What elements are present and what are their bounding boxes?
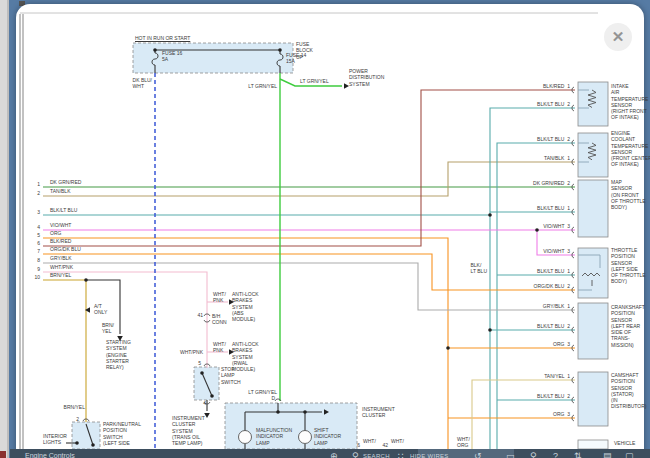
wire-number: 2 <box>37 190 40 196</box>
diagram-label: INTAKE AIR TEMPERATURE SENSOR (RIGHT FRO… <box>611 83 648 121</box>
wire-blk-red <box>43 90 575 246</box>
diagram-label: HOT IN RUN OR START <box>135 35 190 41</box>
diagram-label: STARTING SYSTEM (ENGINE STARTER RELAY) <box>106 339 131 370</box>
junction-dot <box>91 443 95 447</box>
search-label[interactable]: SEARCH <box>363 453 390 458</box>
diagram-label: BLK/LT BLU 2 <box>537 323 570 329</box>
diagram-label: A/T ONLY <box>94 303 107 316</box>
diagram-label: INSTRUMENT CLUSTER SYSTEM (TRANS OIL TEM… <box>172 415 205 446</box>
diagram-label: 42 <box>382 442 388 448</box>
ckp-sensor-box <box>578 303 608 359</box>
junction-dot <box>303 410 307 414</box>
sort-icon[interactable]: ⇅ <box>574 451 582 458</box>
diagram-label: DK GRN/RED 2 <box>533 180 570 186</box>
diagram-label: DK BLU/ WHT <box>133 77 152 90</box>
diagram-label: BLK/RED 1 <box>543 83 570 89</box>
wire-name: WHT/PNK <box>50 264 73 270</box>
vehicle-box <box>578 440 608 449</box>
wire-number: 8 <box>37 257 40 263</box>
diagram-label: 2 <box>76 416 79 422</box>
diagram-label: PARK/NEUTRAL POSITION SWITCH (LEFT SIDE <box>103 421 141 446</box>
frame-icon[interactable]: ▭ <box>506 451 515 458</box>
diagram-label: WHT/ <box>391 438 404 444</box>
wire-number: 10 <box>34 274 40 280</box>
toolbar-title: Engine Controls <box>25 452 75 458</box>
diagram-label: ORG 3 <box>553 341 570 347</box>
diagram-label: FUSE 16 5A <box>162 50 182 63</box>
wire-number: 9 <box>37 266 40 272</box>
junction-dot <box>84 278 88 282</box>
bottom-toolbar: Engine Controls ⊕⚲SEARCH∷HIDE WIRES↺▭⚲?⇅… <box>10 449 650 458</box>
hide-wires-label[interactable]: HIDE WIRES <box>410 453 449 458</box>
wire-number: 7 <box>37 248 40 254</box>
diagram-label: MAP SENSOR (ON FRONT OF THROTTLE BODY) <box>611 179 646 210</box>
junction-dot <box>488 213 492 217</box>
page-corner-chip <box>0 451 6 458</box>
wire-brn-yel <box>43 280 86 422</box>
diagram-label: WHT/PNK <box>180 349 203 355</box>
diagram-label: BLK/LT BLU 2 <box>537 101 570 107</box>
diagram-label: VEHICLE <box>614 440 635 446</box>
diagram-label: B/H CONN <box>212 313 227 326</box>
diagram-label: 6 <box>357 442 360 448</box>
diagram-label: BLK/LT BLU 1 <box>537 268 570 274</box>
diagram-label: POWER DISTRIBUTION SYSTEM <box>349 68 384 87</box>
junction-dot <box>75 441 79 445</box>
junction-dot <box>488 328 492 332</box>
junction-dot <box>535 228 539 232</box>
diagram-label: D <box>271 395 275 401</box>
diagram-label: ORG/DK BLU 2 <box>534 283 570 289</box>
diagram-label: LT GRN/YEL <box>300 78 329 84</box>
wire-number: 4 <box>37 224 40 230</box>
wire-number: 3 <box>37 209 40 215</box>
diagram-label: CRANKSHAFT POSITION SENSOR (LEFT REAR SI… <box>611 304 645 348</box>
diagram-label: 41 <box>197 312 203 318</box>
close-button[interactable]: ✕ <box>604 23 632 51</box>
diagram-label: WHT/ PNK <box>213 341 226 354</box>
wire-name: GRY/BLK <box>50 255 72 261</box>
diagram-label: BLK/ LT BLU <box>471 262 488 275</box>
diagram-label: INTERIOR LIGHTS <box>43 433 67 446</box>
hide-wires-icon[interactable]: ∷ <box>398 451 404 458</box>
wiring-diagram: HOT IN RUN OR STARTFUSE 16 5AFUSE 14 15A… <box>0 0 650 449</box>
magnifier-icon[interactable]: ⚲ <box>530 451 537 458</box>
undo-icon[interactable]: ↺ <box>474 451 482 458</box>
wire-name: ORG/DK BLU <box>50 246 81 252</box>
diagram-label: BLK/LT BLU 2 <box>537 136 570 142</box>
diagram-label: FUSE BLOCK UP <box>296 41 313 60</box>
diagram-label: INSTRUMENT CLUSTER <box>362 406 395 419</box>
tp-sensor-box <box>578 248 608 298</box>
wire-name: BLK/RED <box>50 238 71 244</box>
park-neutral-switch-box <box>72 422 100 449</box>
diagram-label: THROTTLE POSITION SENSOR (LEFT SIDE OF T… <box>611 247 646 285</box>
cmp-sensor-box <box>578 372 608 426</box>
print-icon[interactable]: ▤ <box>603 451 612 458</box>
wire-tan-blk <box>43 162 575 196</box>
search-icon[interactable]: ⚲ <box>352 451 359 458</box>
diagram-label: TAN/BLK 1 <box>544 155 570 161</box>
diagram-label: WHT/ PNK <box>213 291 226 304</box>
help-icon[interactable]: ? <box>553 451 558 458</box>
diagram-label: CAMSHAFT POSITION SENSOR (STATOR) (IN DI… <box>611 372 646 410</box>
diagram-label: WHT/ <box>363 438 376 444</box>
ect-sensor-box <box>578 133 608 177</box>
page-border-left <box>20 14 23 449</box>
diagram-label: BLK/LT BLU 1 <box>537 205 570 211</box>
zoom-in-icon[interactable]: ⊕ <box>330 451 338 458</box>
junction-dot <box>200 371 204 375</box>
wire-name: ORG <box>50 230 61 236</box>
wire-name: DK GRN/RED <box>50 179 81 185</box>
wire-name: TAN/BLK <box>50 188 70 194</box>
save-icon[interactable]: ▢ <box>625 451 634 458</box>
diagram-label: BRN/YEL <box>64 404 85 410</box>
diagram-label: STOP LAMP SWITCH <box>221 366 241 385</box>
wire-blk-lt-blu-v2 <box>497 143 575 449</box>
diagram-label: 4 <box>203 400 206 406</box>
diagram-label: 5 <box>198 360 201 366</box>
flow-arrow <box>204 413 210 418</box>
iat-sensor-box <box>578 82 608 126</box>
diagram-label: TAN/YEL 1 <box>544 373 570 379</box>
diagram-label: GRY/BLK 1 <box>543 303 570 309</box>
junction-dot <box>278 48 282 52</box>
diagram-label: BLK/LT BLU 2 <box>537 393 570 399</box>
